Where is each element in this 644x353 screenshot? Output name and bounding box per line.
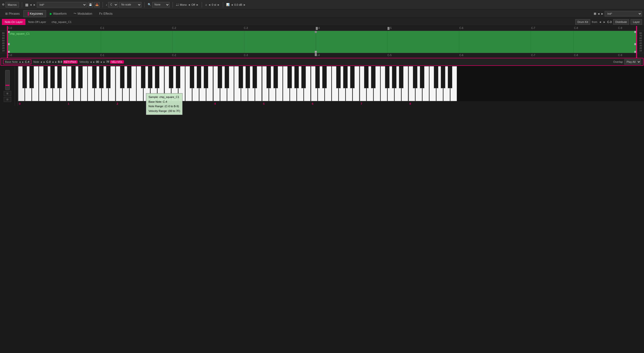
black-key-oct1-4[interactable]	[106, 66, 110, 88]
black-key-oct2-2[interactable]	[141, 66, 146, 88]
handle-top-center[interactable]	[315, 31, 317, 33]
prev-arrow[interactable]: ◄	[30, 3, 32, 6]
black-key-oct5-1[interactable]	[274, 66, 278, 88]
key-select[interactable]: C	[108, 2, 118, 8]
base-prev[interactable]: ◄	[599, 21, 602, 24]
black-key-oct1-2[interactable]	[92, 66, 96, 88]
drum-kit-button[interactable]: Drum Kit	[575, 19, 590, 25]
handle-bottom-right[interactable]	[634, 51, 636, 53]
tab-phrases[interactable]: ⊞ Phrases	[2, 10, 23, 17]
handle-mid-right[interactable]	[634, 43, 636, 45]
black-key-oct2-4[interactable]	[155, 66, 160, 88]
black-key-oct4-0[interactable]	[218, 66, 222, 88]
note-prev[interactable]: ◄	[40, 61, 42, 63]
black-key-oct6-1[interactable]	[322, 66, 327, 88]
bottom-ruler-handle[interactable]	[315, 53, 317, 56]
tab-effects[interactable]: Fx Effects	[96, 10, 116, 17]
next-arrow2[interactable]: ►	[196, 3, 199, 6]
vel-vol-badge[interactable]: VEL+VOL	[110, 60, 124, 64]
handle-top-right[interactable]	[634, 31, 636, 33]
layer-tab-note-on[interactable]: Note-On Layer	[2, 19, 26, 25]
black-key-oct0-1[interactable]	[30, 66, 34, 88]
black-key-oct0-4[interactable]	[57, 66, 62, 88]
handle-top-left[interactable]	[8, 31, 10, 33]
tab-preset-dropdown[interactable]: Init*	[605, 11, 642, 17]
black-key-oct1-0[interactable]	[71, 66, 76, 88]
black-key-oct1-1[interactable]	[78, 66, 83, 88]
black-key-oct7-3[interactable]	[392, 66, 396, 88]
piano-volume-slider[interactable]	[5, 70, 10, 90]
black-key-oct8-0[interactable]	[413, 66, 418, 88]
black-key-oct4-3[interactable]	[246, 66, 250, 88]
tab-waveform[interactable]: ▶ Waveform	[46, 10, 70, 17]
tab-modulation[interactable]: 〜 Modulation	[70, 10, 96, 17]
key-pitch-badge[interactable]: KEY+Pitch	[63, 60, 78, 64]
next-arrow4[interactable]: ►	[243, 3, 246, 6]
handle-mid-left[interactable]	[8, 43, 10, 45]
black-key-oct3-3[interactable]	[197, 66, 201, 88]
black-key-oct8-3[interactable]	[441, 66, 445, 88]
black-key-oct7-0[interactable]	[364, 66, 368, 88]
black-key-oct1-3[interactable]	[99, 66, 104, 88]
layer-button[interactable]: Layer	[630, 19, 642, 25]
prev-arrow2[interactable]: ◄	[188, 3, 190, 6]
black-key-oct4-4[interactable]	[252, 66, 257, 88]
c4-handle-top[interactable]	[316, 27, 318, 30]
prev-arrow3[interactable]: ◄	[208, 3, 211, 6]
black-key-oct6-0[interactable]	[315, 66, 320, 88]
vel-next[interactable]: ►	[93, 61, 96, 63]
black-key-oct6-2[interactable]	[336, 66, 341, 88]
black-key-oct4-2[interactable]	[238, 66, 243, 88]
note-next[interactable]: ►	[43, 61, 46, 63]
search-select[interactable]: None	[152, 2, 170, 8]
piano-slider-handle[interactable]	[6, 85, 10, 86]
next-arrow3[interactable]: ►	[217, 3, 220, 6]
black-key-oct0-3[interactable]	[50, 66, 55, 88]
base-note-next[interactable]: ►	[22, 61, 24, 63]
handle-bottom-left[interactable]	[8, 51, 10, 53]
black-key-oct3-0[interactable]	[169, 66, 173, 88]
tab-prev[interactable]: ◄	[597, 12, 600, 15]
black-key-oct8-1[interactable]	[420, 66, 424, 88]
black-key-oct8-2[interactable]	[434, 66, 438, 88]
note-end-prev[interactable]: ◄	[52, 61, 54, 63]
black-key-oct3-2[interactable]	[190, 66, 194, 88]
black-key-oct4-1[interactable]	[225, 66, 229, 88]
black-key-oct7-2[interactable]	[385, 66, 390, 88]
black-key-oct3-4[interactable]	[204, 66, 208, 88]
black-key-oct3-1[interactable]	[176, 66, 180, 88]
export-button[interactable]: 📤	[94, 2, 100, 8]
black-key-oct2-0[interactable]	[120, 66, 124, 88]
black-key-oct2-3[interactable]	[148, 66, 152, 88]
macros-button[interactable]: Macros	[6, 2, 19, 8]
handle-bottom-center[interactable]	[315, 51, 317, 53]
black-key-oct7-4[interactable]	[399, 66, 404, 88]
tab-keyzones[interactable]: ▐ Keyzones	[24, 10, 46, 17]
black-key-oct0-0[interactable]	[22, 66, 27, 88]
black-key-oct2-1[interactable]	[127, 66, 132, 88]
layer-tab-sample[interactable]: chip_square_C1	[49, 19, 74, 25]
piano-btn-1[interactable]: ⊞	[4, 91, 11, 96]
black-key-oct5-0[interactable]	[266, 66, 271, 88]
vel-end-next[interactable]: ►	[103, 61, 106, 63]
black-key-oct6-4[interactable]	[350, 66, 354, 88]
vel-end-prev[interactable]: ◄	[100, 61, 102, 63]
vel-prev[interactable]: ◄	[90, 61, 92, 63]
overlap-select[interactable]: Play All	[624, 59, 641, 65]
distribute-button[interactable]: Distribute	[613, 19, 629, 25]
tab-next[interactable]: ►	[601, 12, 604, 15]
save-button[interactable]: 💾	[88, 2, 93, 8]
keyzone-green-zone[interactable]: chip_square_C1 Sample: chip_square_C1 Ba…	[7, 31, 637, 53]
black-key-oct5-4[interactable]	[301, 66, 306, 88]
base-note-prev[interactable]: ◄	[18, 61, 21, 63]
preset-dropdown[interactable]: Init*	[37, 2, 87, 8]
prev-arrow4[interactable]: ◄	[230, 3, 233, 6]
note-end-next[interactable]: ►	[55, 61, 57, 63]
black-key-oct7-1[interactable]	[371, 66, 376, 88]
black-key-oct5-2[interactable]	[288, 66, 292, 88]
piano-btn-2[interactable]: ⊟	[4, 97, 11, 102]
piano-scroll-left[interactable]	[15, 66, 18, 106]
black-key-oct0-2[interactable]	[43, 66, 48, 88]
black-key-oct5-3[interactable]	[294, 66, 299, 88]
scale-select[interactable]: No scale	[119, 2, 142, 8]
